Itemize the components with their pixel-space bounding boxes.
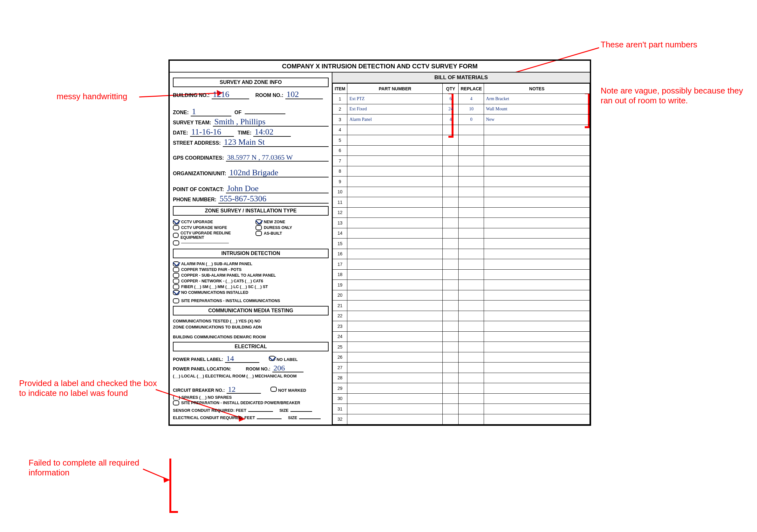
cell-qty[interactable] (443, 342, 459, 352)
cell-notes[interactable] (484, 249, 590, 259)
cell-qty[interactable] (443, 145, 459, 156)
cell-part[interactable]: Ext Fixed (348, 104, 443, 114)
cell-qty[interactable] (443, 259, 459, 270)
cell-qty[interactable] (443, 300, 459, 311)
cell-part[interactable] (348, 218, 443, 228)
team-value[interactable]: Smith , Phillips (213, 118, 329, 127)
cb-value[interactable]: 12 (227, 386, 261, 394)
cell-part[interactable] (348, 393, 443, 404)
cell-part[interactable] (348, 352, 443, 362)
chk-blank[interactable] (173, 240, 179, 245)
cell-notes[interactable]: Arm Bracket (484, 94, 590, 104)
cell-notes[interactable] (484, 145, 590, 156)
cell-qty[interactable] (443, 228, 459, 238)
cell-replace[interactable] (459, 228, 484, 238)
cell-replace[interactable] (459, 331, 484, 342)
cell-replace[interactable] (459, 383, 484, 394)
cell-part[interactable] (348, 373, 443, 383)
cell-notes[interactable] (484, 156, 590, 166)
cell-replace[interactable] (459, 145, 484, 156)
cell-part[interactable] (348, 166, 443, 176)
cell-qty[interactable] (443, 352, 459, 362)
poc-value[interactable]: John Doe (226, 184, 329, 193)
gps-value[interactable]: 38.5977 N , 77.0365 W (226, 154, 329, 162)
cell-replace[interactable] (459, 311, 484, 321)
cell-replace[interactable] (459, 197, 484, 208)
chk-not-marked[interactable] (270, 387, 277, 392)
cell-notes[interactable] (484, 125, 590, 135)
cell-part[interactable] (348, 125, 443, 135)
cell-replace[interactable] (459, 176, 484, 187)
cell-part[interactable] (348, 311, 443, 321)
cell-part[interactable] (348, 280, 443, 290)
cell-qty[interactable] (443, 383, 459, 394)
cell-replace[interactable] (459, 238, 484, 249)
cell-part[interactable] (348, 300, 443, 311)
cell-replace[interactable] (459, 166, 484, 176)
chk-siteprep-power[interactable] (173, 400, 179, 405)
cell-qty[interactable] (443, 269, 459, 280)
cell-replace[interactable] (459, 259, 484, 270)
cell-part[interactable] (348, 156, 443, 166)
cell-replace[interactable] (459, 342, 484, 352)
cell-notes[interactable] (484, 300, 590, 311)
cell-notes[interactable]: New (484, 114, 590, 125)
cell-replace[interactable] (459, 269, 484, 280)
cell-part[interactable] (348, 383, 443, 394)
cell-replace[interactable] (459, 218, 484, 228)
cell-part[interactable] (348, 362, 443, 373)
cell-part[interactable] (348, 207, 443, 218)
cell-replace[interactable] (459, 321, 484, 332)
cell-part[interactable] (348, 228, 443, 238)
time-value[interactable]: 14:02 (253, 128, 291, 137)
building-no-value[interactable]: 1216 (212, 90, 249, 99)
org-value[interactable]: 102nd Brigade (228, 169, 329, 177)
cell-qty[interactable] (443, 218, 459, 228)
cell-part[interactable] (348, 259, 443, 270)
cell-notes[interactable] (484, 218, 590, 228)
cell-notes[interactable] (484, 269, 590, 280)
cell-replace[interactable]: 10 (459, 104, 484, 114)
cell-notes[interactable] (484, 373, 590, 383)
cell-part[interactable] (348, 197, 443, 208)
cell-notes[interactable] (484, 352, 590, 362)
cell-qty[interactable]: 24 (443, 104, 459, 114)
cell-replace[interactable] (459, 362, 484, 373)
chk-nocomms[interactable] (173, 290, 179, 295)
of-value[interactable] (245, 113, 286, 114)
chk-duress[interactable] (256, 225, 262, 230)
cell-part[interactable] (348, 414, 443, 424)
cell-notes[interactable] (484, 166, 590, 176)
cell-notes[interactable] (484, 187, 590, 197)
cell-qty[interactable] (443, 362, 459, 373)
cell-qty[interactable] (443, 156, 459, 166)
cell-qty[interactable] (443, 331, 459, 342)
cell-part[interactable] (348, 331, 443, 342)
cell-replace[interactable] (459, 290, 484, 300)
cell-qty[interactable] (443, 197, 459, 208)
chk-pots[interactable] (173, 267, 179, 272)
cell-replace[interactable] (459, 393, 484, 404)
cell-notes[interactable] (484, 259, 590, 270)
cell-qty[interactable] (443, 176, 459, 187)
cell-qty[interactable]: 6 (443, 94, 459, 104)
date-value[interactable]: 11-16-16 (190, 128, 234, 137)
phone-value[interactable]: 555-867-5306 (218, 195, 329, 203)
chk-siteprep-comm[interactable] (173, 298, 179, 303)
chk-network[interactable] (173, 279, 179, 284)
cell-qty[interactable] (443, 135, 459, 146)
cell-qty[interactable] (443, 404, 459, 414)
cell-replace[interactable] (459, 414, 484, 424)
cell-replace[interactable] (459, 352, 484, 362)
cell-part[interactable]: Alarm Panel (348, 114, 443, 125)
cell-replace[interactable] (459, 280, 484, 290)
cell-qty[interactable] (443, 187, 459, 197)
chk-new-zone[interactable] (256, 219, 262, 225)
cell-notes[interactable] (484, 197, 590, 208)
cell-qty[interactable]: 4 (443, 114, 459, 125)
cell-part[interactable] (348, 404, 443, 414)
address-value[interactable]: 123 Main St (223, 138, 329, 147)
cell-part[interactable] (348, 269, 443, 280)
cell-notes[interactable] (484, 311, 590, 321)
cell-part[interactable] (348, 290, 443, 300)
